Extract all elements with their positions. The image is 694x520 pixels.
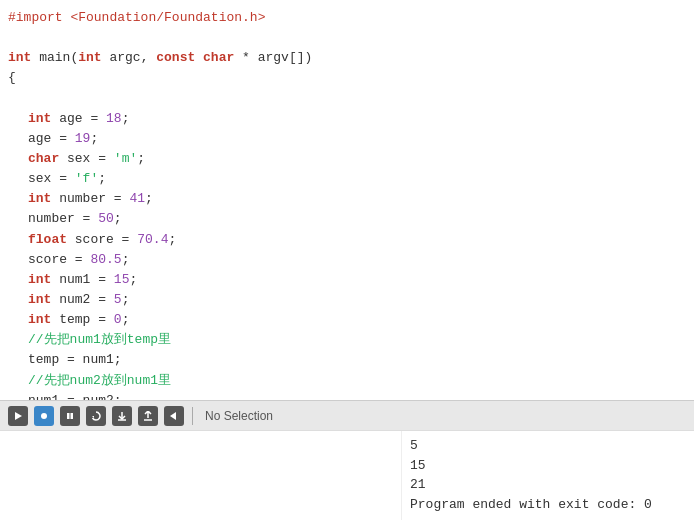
code-token: num2 = <box>51 290 113 310</box>
code-token: int <box>28 310 51 330</box>
code-token: 5 <box>114 290 122 310</box>
code-token: 'f' <box>75 169 98 189</box>
code-token: char <box>203 48 234 68</box>
step-button[interactable] <box>34 406 54 426</box>
code-token: int <box>28 290 51 310</box>
code-token: 50 <box>98 209 114 229</box>
code-token: num1 = num2; <box>28 391 122 400</box>
code-token: ; <box>98 169 106 189</box>
play-button[interactable] <box>8 406 28 426</box>
editor-area: #import <Foundation/Foundation.h> int ma… <box>0 0 694 400</box>
code-token: 41 <box>129 189 145 209</box>
code-token <box>195 48 203 68</box>
code-line <box>8 89 694 109</box>
code-token: int <box>28 189 51 209</box>
svg-point-1 <box>41 413 47 419</box>
code-line: //先把num2放到num1里 <box>8 371 694 391</box>
code-line <box>8 28 694 48</box>
code-token: argc, <box>102 48 157 68</box>
code-line: int num2 = 5; <box>8 290 694 310</box>
toolbar: No Selection <box>0 400 694 430</box>
output-text: 5 15 21 Program ended with exit code: 0 <box>402 431 660 520</box>
code-token: sex = <box>28 169 75 189</box>
code-token: number = <box>28 209 98 229</box>
code-token: ; <box>122 310 130 330</box>
code-line: float score = 70.4; <box>8 230 694 250</box>
code-token: ; <box>145 189 153 209</box>
code-token: int <box>28 270 51 290</box>
toolbar-separator <box>192 407 193 425</box>
code-token: 18 <box>106 109 122 129</box>
code-token: age = <box>51 109 106 129</box>
refresh-button[interactable] <box>86 406 106 426</box>
output-line-3: 21 <box>410 475 652 495</box>
code-line: age = 19; <box>8 129 694 149</box>
code-token: temp = num1; <box>28 350 122 370</box>
code-line: num1 = num2; <box>8 391 694 400</box>
svg-rect-3 <box>71 413 74 419</box>
code-token: num1 = <box>51 270 113 290</box>
code-token: ; <box>122 250 130 270</box>
code-line: char sex = 'm'; <box>8 149 694 169</box>
code-token: sex = <box>59 149 114 169</box>
svg-marker-4 <box>92 416 94 418</box>
code-token: //先把num2放到num1里 <box>28 371 171 391</box>
code-token: ; <box>129 270 137 290</box>
code-token: { <box>8 68 16 88</box>
svg-marker-0 <box>15 412 22 420</box>
code-token: ; <box>122 290 130 310</box>
code-token: ; <box>168 230 176 250</box>
code-token: number = <box>51 189 129 209</box>
code-token: main( <box>31 48 78 68</box>
code-token: //先把num1放到temp里 <box>28 330 171 350</box>
output-line-1: 5 <box>410 436 652 456</box>
code-line: int num1 = 15; <box>8 270 694 290</box>
code-editor: #import <Foundation/Foundation.h> int ma… <box>0 0 694 400</box>
code-line: int main(int argc, const char * argv[]) <box>8 48 694 68</box>
code-token: * argv[]) <box>234 48 312 68</box>
code-line: number = 50; <box>8 209 694 229</box>
code-line: int number = 41; <box>8 189 694 209</box>
download-button[interactable] <box>112 406 132 426</box>
output-left <box>0 431 402 520</box>
arrow-button[interactable] <box>164 406 184 426</box>
svg-marker-9 <box>170 412 176 420</box>
code-line: #import <Foundation/Foundation.h> <box>8 8 694 28</box>
code-token: temp = <box>51 310 113 330</box>
no-selection-label: No Selection <box>205 409 273 423</box>
code-line: //先把num1放到temp里 <box>8 330 694 350</box>
code-token: score = <box>67 230 137 250</box>
code-token: score = <box>28 250 90 270</box>
output-exit-message: Program ended with exit code: 0 <box>410 495 652 515</box>
code-line: score = 80.5; <box>8 250 694 270</box>
code-token: 'm' <box>114 149 137 169</box>
output-panel: 5 15 21 Program ended with exit code: 0 <box>0 430 694 520</box>
code-token: #import <Foundation/Foundation.h> <box>8 8 265 28</box>
code-line: int temp = 0; <box>8 310 694 330</box>
code-token: int <box>78 48 101 68</box>
code-line: int age = 18; <box>8 109 694 129</box>
upload-button[interactable] <box>138 406 158 426</box>
code-line: { <box>8 68 694 88</box>
code-token: char <box>28 149 59 169</box>
code-token: float <box>28 230 67 250</box>
code-token: age = <box>28 129 75 149</box>
code-token: const <box>156 48 195 68</box>
code-token: 80.5 <box>90 250 121 270</box>
code-line: sex = 'f'; <box>8 169 694 189</box>
pause-button[interactable] <box>60 406 80 426</box>
svg-rect-2 <box>67 413 70 419</box>
code-token: int <box>8 48 31 68</box>
code-token: ; <box>114 209 122 229</box>
code-token: int <box>28 109 51 129</box>
output-line-2: 15 <box>410 456 652 476</box>
code-token: ; <box>137 149 145 169</box>
code-token: ; <box>90 129 98 149</box>
code-token: ; <box>122 109 130 129</box>
code-token: 19 <box>75 129 91 149</box>
code-token: 70.4 <box>137 230 168 250</box>
code-token: 0 <box>114 310 122 330</box>
code-line: temp = num1; <box>8 350 694 370</box>
code-token: 15 <box>114 270 130 290</box>
